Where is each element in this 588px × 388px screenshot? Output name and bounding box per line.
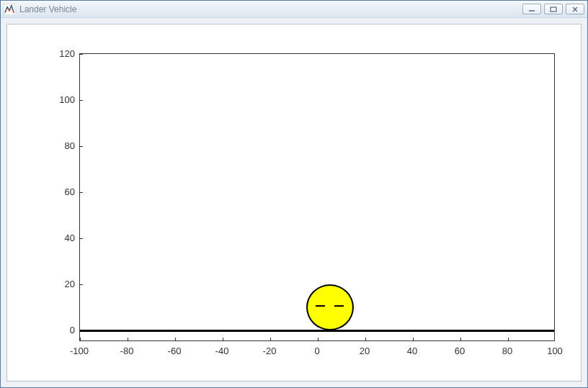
- x-tick-label: 60: [455, 346, 465, 356]
- titlebar[interactable]: Lander Vehicle: [1, 1, 587, 18]
- x-tick-label: 20: [360, 346, 370, 356]
- figure-window: Lander Vehicle 020406080100120-100-80-60…: [0, 0, 588, 388]
- x-tick-label: 0: [314, 346, 319, 356]
- maximize-button[interactable]: [544, 4, 563, 14]
- x-tick-label: -20: [263, 346, 277, 356]
- ground-line: [80, 330, 554, 332]
- lander-body: [306, 284, 354, 330]
- x-tick-label: -100: [70, 346, 89, 356]
- x-tick-label: -40: [215, 346, 229, 356]
- lander-eye: [316, 305, 325, 307]
- close-button[interactable]: [566, 4, 584, 14]
- y-tick-label: 100: [59, 94, 75, 105]
- x-tick-label: 100: [547, 346, 563, 356]
- window-controls: [522, 4, 584, 14]
- x-tick-label: 80: [502, 346, 512, 356]
- figure-panel: 020406080100120-100-80-60-40-20020406080…: [6, 24, 582, 382]
- x-tick-label: -60: [168, 346, 182, 356]
- y-tick-label: 0: [70, 325, 75, 335]
- y-tick-label: 20: [65, 279, 75, 289]
- plot-box: [79, 53, 555, 341]
- y-tick-label: 120: [59, 48, 75, 59]
- figure-area: 020406080100120-100-80-60-40-20020406080…: [1, 18, 587, 387]
- window-title: Lander Vehicle: [19, 4, 522, 14]
- lander-eye: [334, 305, 344, 307]
- y-tick-label: 60: [65, 186, 75, 197]
- svg-rect-2: [551, 7, 556, 12]
- y-tick-label: 40: [65, 233, 75, 243]
- minimize-button[interactable]: [522, 4, 541, 14]
- x-tick-label: 40: [407, 346, 417, 356]
- x-tick-label: -80: [120, 346, 134, 356]
- y-tick-label: 80: [65, 140, 75, 151]
- axes[interactable]: 020406080100120-100-80-60-40-20020406080…: [79, 53, 555, 341]
- app-icon: [4, 4, 15, 15]
